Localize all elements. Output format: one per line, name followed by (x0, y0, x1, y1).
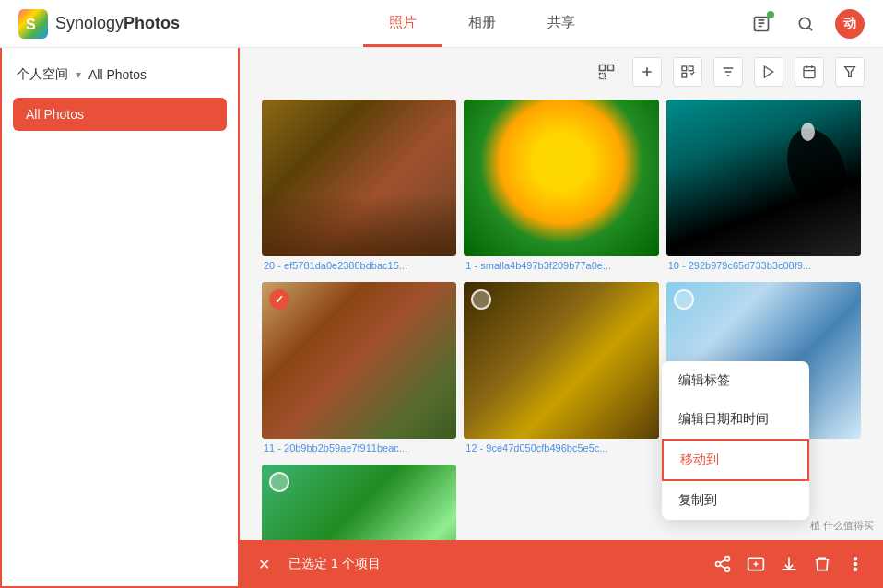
photo-caption: 10 - 292b979c65d733b3c08f9... (666, 256, 861, 275)
app-header: S SynologyPhotos 照片 相册 共享 动 (0, 0, 883, 48)
sidebar-item-all-photos[interactable]: All Photos (13, 98, 227, 131)
user-avatar[interactable]: 动 (835, 9, 865, 39)
svg-point-17 (854, 558, 857, 560)
photo-item[interactable]: 12 - 9ce47d050cfb496bc5e5c... (464, 282, 658, 457)
tab-albums[interactable]: 相册 (442, 1, 522, 47)
delete-button[interactable] (813, 555, 831, 573)
sidebar-current-title: All Photos (88, 67, 147, 82)
toolbar (240, 48, 883, 96)
app-logo: S SynologyPhotos (18, 9, 180, 39)
svg-marker-12 (845, 67, 855, 77)
tab-photos[interactable]: 照片 (363, 1, 442, 47)
svg-rect-4 (600, 65, 606, 71)
photo-caption: 1 - smalla4b497b3f209b77a0e... (464, 256, 658, 275)
app-name: SynologyPhotos (55, 14, 180, 33)
context-menu-item-edit-tags[interactable]: 编辑标签 (662, 361, 809, 400)
photo-caption: 20 - ef5781da0e2388bdbac15... (262, 256, 456, 275)
photo-caption: 12 - 9ce47d050cfb496bc5e5c... (464, 439, 658, 457)
share-button[interactable] (713, 555, 732, 573)
svg-marker-10 (764, 66, 772, 77)
more-actions-button[interactable] (846, 555, 865, 573)
photo-item[interactable]: 11 - 20b9bb2b59ae7f911beac... (262, 282, 456, 457)
svg-rect-6 (600, 74, 606, 79)
svg-rect-7 (682, 66, 687, 71)
photo-thumbnail (262, 100, 456, 256)
main-layout: 个人空间 ▾ All Photos All Photos (0, 48, 883, 588)
header-actions: 动 (747, 9, 865, 39)
svg-point-14 (716, 562, 721, 567)
slideshow-icon[interactable] (754, 57, 783, 87)
photo-thumbnail (464, 282, 658, 439)
sidebar-dropdown-icon[interactable]: ▾ (76, 68, 81, 81)
thumbnail-size-icon[interactable] (592, 57, 621, 87)
svg-rect-11 (804, 67, 815, 78)
context-menu-item-edit-datetime[interactable]: 编辑日期和时间 (662, 400, 809, 439)
context-menu: 编辑标签 编辑日期和时间 移动到 复制到 (662, 361, 809, 520)
sidebar: 个人空间 ▾ All Photos All Photos (0, 48, 240, 588)
sidebar-space-label: 个人空间 (17, 66, 68, 83)
svg-point-18 (854, 563, 857, 566)
date-icon[interactable] (795, 57, 824, 87)
photo-thumbnail (666, 100, 861, 256)
svg-point-19 (854, 569, 857, 571)
svg-rect-8 (689, 66, 693, 71)
search-icon[interactable] (791, 9, 820, 39)
svg-point-13 (725, 557, 730, 561)
document-icon[interactable] (747, 9, 776, 39)
svg-point-3 (799, 18, 810, 29)
svg-point-15 (725, 567, 730, 571)
svg-rect-9 (682, 73, 687, 77)
context-menu-item-move-to[interactable]: 移动到 (662, 439, 809, 481)
svg-rect-5 (608, 65, 614, 71)
add-icon[interactable] (632, 57, 662, 87)
svg-text:S: S (26, 17, 36, 32)
photo-thumbnail (464, 100, 658, 256)
tab-share[interactable]: 共享 (522, 1, 601, 47)
bottom-bar-actions (713, 555, 865, 573)
photo-checkbox[interactable] (674, 289, 694, 310)
synology-logo-icon: S (18, 9, 48, 39)
add-to-album-button[interactable] (747, 555, 765, 573)
sidebar-header: 个人空间 ▾ All Photos (13, 59, 227, 90)
select-icon[interactable] (673, 57, 702, 87)
photo-thumbnail (262, 282, 456, 439)
sort-icon[interactable] (713, 57, 743, 87)
context-menu-item-copy-to[interactable]: 复制到 (662, 481, 809, 520)
filter-icon[interactable] (835, 57, 865, 87)
photo-content-area: 20 - ef5781da0e2388bdbac15... 1 - smalla… (240, 48, 883, 588)
download-button[interactable] (780, 555, 798, 573)
photo-checkbox[interactable] (269, 289, 289, 310)
photo-item[interactable]: 10 - 292b979c65d733b3c08f9... (666, 100, 861, 275)
photo-item[interactable]: 1 - smalla4b497b3f209b77a0e... (464, 100, 658, 275)
photo-checkbox[interactable] (269, 472, 289, 492)
selection-bottom-bar: ✕ 已选定 1 个项目 (240, 540, 883, 588)
close-icon: ✕ (258, 556, 270, 573)
nav-tabs: 照片 相册 共享 (217, 1, 747, 47)
selected-count-label: 已选定 1 个项目 (288, 556, 695, 572)
watermark: 植 什么值得买 (810, 519, 874, 533)
photo-caption: 11 - 20b9bb2b59ae7f911beac... (262, 439, 456, 457)
close-selection-button[interactable]: ✕ (258, 556, 270, 573)
photo-item[interactable]: 20 - ef5781da0e2388bdbac15... (262, 100, 456, 275)
